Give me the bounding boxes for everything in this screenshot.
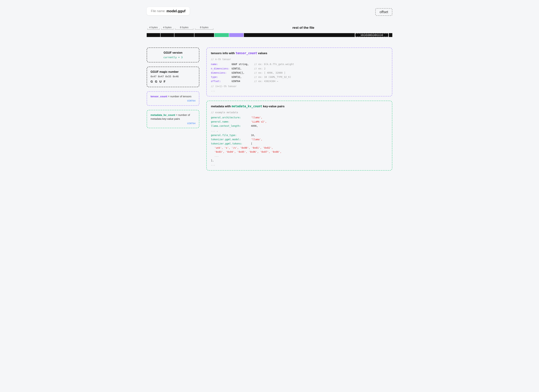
file-name-bar: File name model.gguf — [147, 7, 190, 15]
byte-label-4: 8 bytes — [194, 26, 214, 30]
page-container: File name model.gguf offset 4 bytes — [147, 7, 392, 170]
tensor-title: tensors info with tensor_count values — [211, 51, 388, 55]
meta-row-filetype: general.file_type: 10, — [211, 133, 388, 137]
meta-tokens-2: '0x03', '0x04', '0x05', '0x06', '0x07', … — [211, 150, 388, 154]
tensor-row-type: type: UINT32, // ex: 10 (GGML_TYPE_Q2_K) — [211, 75, 388, 79]
rest-label: rest of the file — [214, 26, 392, 30]
metadata-code: // example metadata general.architecture… — [211, 110, 388, 167]
meta-row-arch: general.architecture: 'llama', — [211, 115, 388, 120]
tensor-row-name: name: GGUF string, // ex: blk.0.ffn_gate… — [211, 62, 388, 66]
byte-label-3: 8 bytes — [174, 26, 194, 30]
tensor-row-dimensions: dimensions: UINT64[], // ex: [ 4096, 320… — [211, 71, 388, 75]
bar-seg-purple — [229, 33, 244, 37]
bar-seg-1 — [147, 33, 160, 37]
meta-row-name: general.name: 'LLaMA v2', — [211, 120, 388, 124]
diagram-area: offset 4 bytes 4 bytes — [147, 26, 392, 170]
file-label: File name — [151, 9, 165, 13]
file-bar: 101101000110011110 — [147, 33, 392, 37]
bar-seg-4 — [194, 33, 214, 37]
tensor-code: // n-th tensor name: GGUF string, // ex:… — [211, 57, 388, 93]
meta-row-tok-tokens: tokenizer.ggml.tokens: [ — [211, 142, 388, 146]
bar-seg-end — [389, 33, 392, 37]
main-layout: GGUF version currently = 3 GGUF magic nu… — [147, 47, 392, 170]
meta-title: metadata with metadata_kv_count key-valu… — [211, 104, 388, 108]
meta-tokens-1: 'unk', 's', '/s', '0x00', '0x01', '0x02'… — [211, 146, 388, 150]
bar-seg-bits: 101101000110011110 — [355, 33, 389, 37]
byte-label-1: 4 bytes — [147, 26, 160, 30]
left-column: GGUF version currently = 3 GGUF magic nu… — [147, 47, 199, 128]
magic-box: GGUF magic number 0x47 0x47 0x55 0x46 G … — [147, 67, 199, 87]
bar-seg-rest — [244, 33, 355, 37]
metadata-count-box: metadata_kv_count = number of metadata k… — [147, 110, 199, 128]
tensor-info-box: tensors info with tensor_count values //… — [206, 47, 392, 96]
file-name: model.gguf — [167, 9, 185, 13]
bar-seg-3 — [174, 33, 194, 37]
tensor-row-offset: offset: UINT64 // ex: 43024384 ← — [211, 79, 388, 83]
byte-label-2: 4 bytes — [161, 26, 174, 30]
version-box: GGUF version currently = 3 — [147, 47, 199, 62]
header-section: 4 bytes 4 bytes 8 bytes — [147, 26, 392, 37]
offset-box: offset — [375, 8, 392, 16]
meta-row-ctx: llama.context_length: 4096, — [211, 124, 388, 128]
right-column: tensors info with tensor_count values //… — [206, 47, 392, 170]
bar-seg-green — [214, 33, 229, 37]
metadata-box: metadata with metadata_kv_count key-valu… — [206, 101, 392, 170]
tensor-row-ndim: n_dimensions: UINT32, // ex: 2 — [211, 66, 388, 71]
magic-letters: G G U F — [150, 79, 195, 84]
bar-seg-2 — [161, 33, 174, 37]
tensor-count-box: tensor_count = number of tensors UINT64 — [147, 91, 199, 106]
meta-tokens-ellipsis: ... — [211, 154, 388, 158]
meta-row-tok-model: tokenizer.ggml.model: 'llama', — [211, 137, 388, 142]
